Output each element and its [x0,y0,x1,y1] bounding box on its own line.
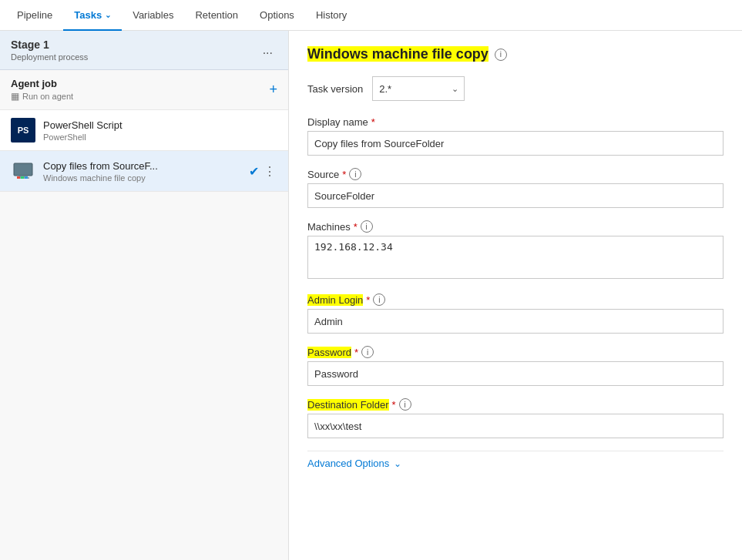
admin-login-required: * [366,294,370,306]
top-navigation: Pipeline Tasks ⌄ Variables Retention Opt… [0,0,742,31]
nav-variables[interactable]: Variables [122,0,184,31]
svg-rect-4 [21,176,24,179]
nav-retention[interactable]: Retention [184,0,249,31]
password-input[interactable] [307,361,724,386]
machines-info-icon[interactable]: i [361,220,373,233]
version-select[interactable]: 2.* [372,76,465,101]
stage-header: Stage 1 Deployment process ... [0,31,288,70]
destination-folder-field: Destination Folder * i [307,398,724,438]
wmc-task-sub: Windows machine file copy [43,173,241,183]
admin-login-field: Admin Login * i [307,293,724,334]
stage-title: Stage 1 [11,39,88,51]
wmc-task-actions: ✔ ⋮ [249,163,277,180]
source-input[interactable] [307,183,724,208]
agent-job-row: Agent job ▦ Run on agent + [0,70,288,110]
version-select-wrapper: 2.* ⌄ [372,76,465,101]
svg-rect-3 [17,176,20,179]
display-name-input[interactable] [307,131,724,156]
source-label: Source * i [307,168,724,180]
password-field: Password * i [307,346,724,386]
task-heading: Windows machine file copy [307,46,489,62]
wmc-task-icon [11,159,35,183]
advanced-options-label: Advanced Options [307,458,389,469]
powershell-task-info: PowerShell Script PowerShell [43,119,277,142]
nav-history[interactable]: History [305,0,358,31]
task-title-row: Windows machine file copy i [307,46,724,62]
task-wmc[interactable]: Copy files from SourceF... Windows machi… [0,151,288,192]
display-name-required: * [371,116,375,128]
monitor-svg-icon [12,162,34,180]
password-label: Password * i [307,346,724,358]
nav-pipeline[interactable]: Pipeline [6,0,63,31]
destination-folder-input[interactable] [307,414,724,438]
display-name-label: Display name * [307,116,724,128]
wmc-task-info: Copy files from SourceF... Windows machi… [43,160,241,183]
password-info-icon[interactable]: i [361,346,374,358]
tasks-chevron-icon: ⌄ [105,11,111,19]
version-label: Task version [307,83,363,95]
admin-login-info-icon[interactable]: i [373,293,385,306]
agent-job-title: Agent job [11,78,73,89]
machines-label: Machines * i [307,220,724,233]
display-name-field: Display name * [307,116,724,156]
stage-subtitle: Deployment process [11,52,88,62]
admin-login-input[interactable] [307,309,724,334]
machines-input[interactable]: 192.168.12.34 [307,236,724,279]
nav-tasks[interactable]: Tasks ⌄ [63,0,122,31]
destination-folder-label: Destination Folder * i [307,398,724,411]
advanced-options-row[interactable]: Advanced Options ⌄ [307,451,724,475]
destination-folder-info-icon[interactable]: i [399,398,411,411]
password-required: * [354,347,358,358]
main-layout: Stage 1 Deployment process ... Agent job… [0,31,742,560]
stage-ellipsis-button[interactable]: ... [258,42,277,59]
add-task-button[interactable]: + [269,82,277,98]
wmc-more-button[interactable]: ⋮ [262,163,277,180]
sidebar: Stage 1 Deployment process ... Agent job… [0,31,289,560]
agent-job-info: Agent job ▦ Run on agent [11,78,73,102]
source-info-icon[interactable]: i [349,168,361,180]
nav-options[interactable]: Options [249,0,305,31]
admin-login-label: Admin Login * i [307,293,724,306]
svg-rect-5 [25,176,28,179]
task-heading-text: Windows machine file copy [307,46,489,62]
agent-job-subtitle: ▦ Run on agent [11,91,73,102]
wmc-icon [11,159,35,183]
powershell-task-sub: PowerShell [43,132,277,142]
check-icon: ✔ [249,164,259,179]
machine-icon: ▦ [11,91,19,102]
task-powershell[interactable]: PS PowerShell Script PowerShell [0,110,288,151]
right-panel: Windows machine file copy i Task version… [289,31,742,560]
machines-required: * [354,221,358,233]
title-info-icon[interactable]: i [495,49,507,61]
powershell-task-icon: PS [11,118,35,143]
source-required: * [342,169,346,180]
machines-field: Machines * i 192.168.12.34 [307,220,724,281]
powershell-task-name: PowerShell Script [43,119,277,131]
source-field: Source * i [307,168,724,208]
wmc-task-name: Copy files from SourceF... [43,160,241,172]
svg-rect-0 [14,163,32,176]
destination-folder-required: * [392,399,396,411]
advanced-options-chevron-icon: ⌄ [394,458,401,469]
stage-info: Stage 1 Deployment process [11,39,88,62]
powershell-icon: PS [11,118,35,143]
version-row: Task version 2.* ⌄ [307,76,724,101]
